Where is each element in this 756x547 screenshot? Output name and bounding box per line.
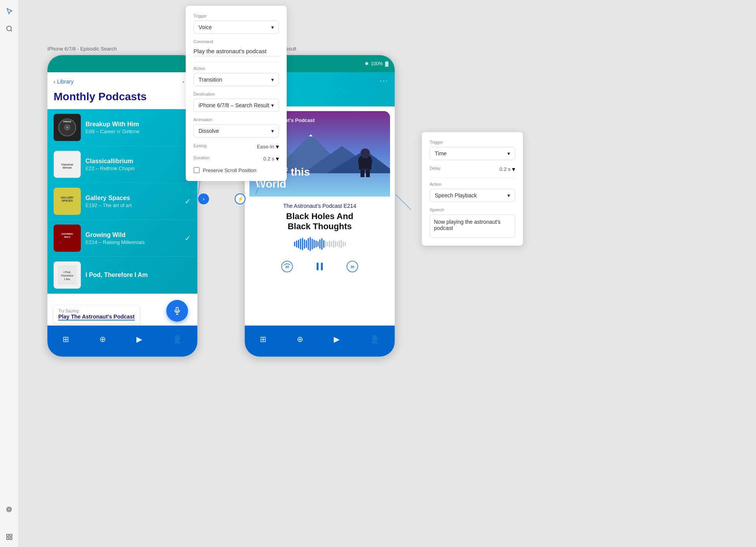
trigger-label: Trigger (193, 14, 279, 18)
destination-label: Destination (193, 92, 279, 96)
command-field[interactable]: Play the astronaut's podcast (193, 46, 279, 56)
preserve-scroll-checkbox[interactable] (193, 167, 200, 173)
podcast-thumb-3: GALLERY SPACES (54, 188, 81, 215)
animation-label: Animation (193, 117, 279, 122)
right-action-select[interactable]: Speech Playback ▾ (430, 189, 515, 202)
try-saying-box: Try Saying: Play The Astronaut's Podcast (54, 305, 139, 324)
forward-button[interactable]: 30 (346, 260, 359, 275)
right-arrow-left-phone[interactable]: › (198, 193, 209, 204)
phone-title-section: Monthly Podcasts (47, 89, 197, 109)
svg-rect-4 (10, 534, 12, 536)
destination-select[interactable]: iPhone 6/7/8 – Search Result ▾ (193, 99, 279, 112)
podcast-item-4[interactable]: GROWING WILD Growing Wild E214 – Raising… (47, 220, 197, 257)
delay-label: Delay (430, 166, 441, 171)
svg-point-9 (66, 127, 68, 128)
svg-text:SPACES: SPACES (62, 199, 73, 202)
tab-play[interactable]: ▶ (136, 334, 142, 344)
svg-rect-3 (7, 534, 9, 536)
animation-select[interactable]: Dissolve ▾ (193, 124, 279, 138)
easing-value-row[interactable]: Ease-In ▾ (257, 143, 279, 150)
cursor-icon[interactable] (4, 5, 15, 16)
iphone-left: ‹ Library ··· Monthly Podcasts PRESS (47, 54, 198, 357)
svg-text:GROWING: GROWING (61, 233, 73, 235)
podcast-thumb-4: GROWING WILD (54, 225, 81, 252)
podcast-info-2: Classicallibrium E22 – Rethink Chopin (85, 158, 180, 171)
command-label: Command (193, 39, 279, 44)
back-button[interactable]: ‹ Library (54, 78, 73, 85)
svg-text:I Pod,: I Pod, (63, 271, 71, 274)
svg-rect-37 (359, 161, 362, 169)
search-icon[interactable] (4, 23, 15, 34)
svg-point-1 (8, 508, 10, 510)
podcast-subtitle: The Astronaut's Podcast E214 (256, 203, 384, 209)
trigger-panel: Trigger Voice ▾ Command Play the astrona… (186, 6, 287, 181)
podcast-thumb-5: I Pod, Therefore I Am (54, 261, 81, 289)
tab-profile[interactable]: 👤 (172, 334, 182, 344)
try-saying-suggestion: Play The Astronaut's Podcast (58, 314, 135, 321)
tab-grid-right[interactable]: ⊞ (260, 334, 267, 344)
bottom-bar-left: ⊞ ⊕ ▶ 👤 (47, 326, 197, 357)
svg-point-0 (7, 26, 11, 31)
podcast-item-5[interactable]: I Pod, Therefore I Am I Pod, Therefore I… (47, 257, 197, 294)
tab-profile-right[interactable]: 👤 (370, 334, 380, 344)
podcast-status-icon-4: ✓ (185, 233, 191, 243)
status-bar-left (47, 55, 197, 72)
lightning-arrow[interactable]: ⚡ (235, 193, 246, 204)
trigger-select[interactable]: Voice ▾ (193, 21, 279, 34)
podcast-thumb-1: PRESS (54, 114, 81, 141)
settings-icon[interactable] (4, 531, 15, 542)
phone-nav-left: ‹ Library ··· (47, 72, 197, 89)
svg-rect-36 (366, 169, 370, 177)
speech-text[interactable]: Now playing the astronaut's podcast (430, 214, 515, 238)
svg-rect-5 (7, 538, 9, 540)
right-menu-dots[interactable]: ··· (380, 76, 388, 85)
svg-text:30: 30 (285, 265, 289, 269)
podcast-info-3: Gallery Spaces E192 – The art of art (85, 195, 180, 208)
preserve-scroll-row: Preserve Scroll Position (193, 167, 279, 173)
podcast-details: The Astronaut's Podcast E214 Black Holes… (249, 197, 390, 288)
duration-label: Duration (193, 155, 210, 160)
svg-text:librium: librium (63, 166, 71, 169)
duration-row: Duration 0.2 s ▾ (193, 155, 279, 162)
rewind-button[interactable]: 30 (281, 260, 293, 275)
right-panel: Trigger Time ▾ Delay 0.2 s ▾ Action Spee… (422, 132, 523, 246)
tab-search[interactable]: ⊕ (99, 334, 106, 344)
svg-text:GALLERY: GALLERY (61, 196, 74, 199)
preserve-scroll-label: Preserve Scroll Position (203, 167, 256, 173)
svg-text:30: 30 (350, 265, 354, 269)
audio-waveform (256, 236, 384, 252)
svg-text:I Am: I Am (64, 278, 70, 280)
action-label: Action (193, 66, 279, 71)
svg-point-34 (361, 148, 370, 158)
layers-icon[interactable] (4, 504, 15, 515)
tab-search-right[interactable]: ⊕ (297, 334, 303, 344)
svg-rect-42 (321, 263, 323, 270)
right-trigger-label: Trigger (430, 140, 515, 145)
left-toolbar (0, 0, 19, 547)
duration-value-row[interactable]: 0.2 s ▾ (263, 155, 279, 162)
podcast-item-1[interactable]: PRESS Breakup With Him E09 – Career n' G… (47, 109, 197, 146)
tab-play-right[interactable]: ▶ (334, 334, 340, 344)
podcast-item-2[interactable]: Classical librium Classicallibrium E22 –… (47, 146, 197, 183)
tab-grid[interactable]: ⊞ (63, 334, 69, 344)
easing-row: Easing Ease-In ▾ (193, 143, 279, 150)
delay-value-row[interactable]: 0.2 s ▾ (500, 165, 515, 173)
svg-text:PRESS: PRESS (63, 120, 71, 123)
episode-title: Black Holes And Black Thoughts (256, 211, 384, 232)
playback-controls: 30 30 (256, 256, 384, 282)
action-select[interactable]: Transition ▾ (193, 73, 279, 86)
podcast-item-3[interactable]: GALLERY SPACES Gallery Spaces E192 – The… (47, 183, 197, 220)
battery-text: 100% (371, 61, 383, 66)
mic-button[interactable] (166, 300, 188, 322)
pause-button[interactable] (313, 260, 327, 276)
svg-text:WILD: WILD (64, 236, 70, 238)
podcast-info-5: I Pod, Therefore I Am (85, 272, 191, 279)
easing-label: Easing (193, 143, 207, 148)
podcast-list: PRESS Breakup With Him E09 – Career n' G… (47, 109, 197, 294)
delay-row: Delay 0.2 s ▾ (430, 165, 515, 173)
try-saying-label: Try Saying: (58, 308, 135, 313)
canvas: iPhone 6/7/8 - Episodic Search Search Re… (19, 0, 756, 547)
svg-line-47 (395, 194, 411, 210)
right-trigger-select[interactable]: Time ▾ (430, 147, 515, 160)
svg-rect-35 (361, 169, 364, 177)
